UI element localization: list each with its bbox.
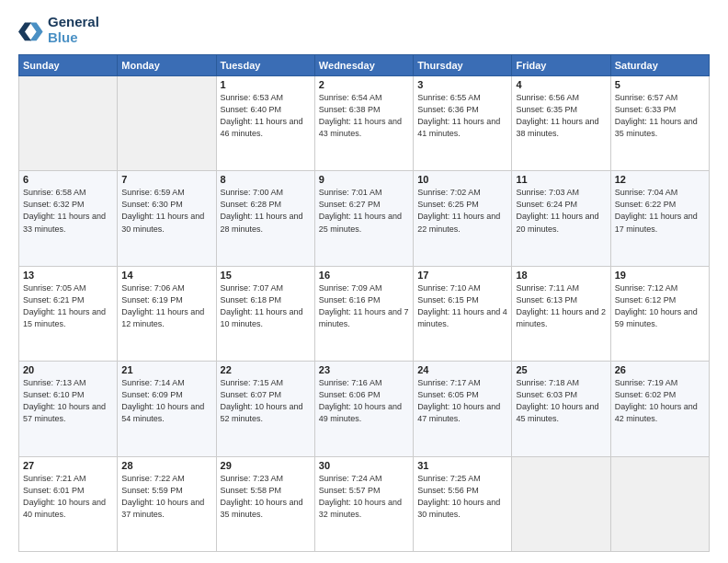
day-number: 17 xyxy=(417,270,507,281)
day-number: 6 xyxy=(23,174,113,185)
day-number: 12 xyxy=(615,174,705,185)
day-info: Sunrise: 6:56 AM Sunset: 6:35 PM Dayligh… xyxy=(516,92,606,140)
day-cell: 2Sunrise: 6:54 AM Sunset: 6:38 PM Daylig… xyxy=(314,76,413,171)
day-info: Sunrise: 7:01 AM Sunset: 6:27 PM Dayligh… xyxy=(319,187,409,235)
day-cell xyxy=(19,76,118,171)
weekday-sunday: Sunday xyxy=(19,55,118,76)
day-cell xyxy=(610,456,709,551)
day-cell: 5Sunrise: 6:57 AM Sunset: 6:33 PM Daylig… xyxy=(610,76,709,171)
logo-icon xyxy=(18,17,44,43)
day-info: Sunrise: 7:00 AM Sunset: 6:28 PM Dayligh… xyxy=(221,187,311,235)
svg-marker-0 xyxy=(30,22,43,40)
day-number: 22 xyxy=(221,364,311,375)
day-info: Sunrise: 6:57 AM Sunset: 6:33 PM Dayligh… xyxy=(615,92,705,140)
calendar-table: SundayMondayTuesdayWednesdayThursdayFrid… xyxy=(18,54,710,552)
weekday-header-row: SundayMondayTuesdayWednesdayThursdayFrid… xyxy=(19,55,710,76)
logo-text: General Blue xyxy=(48,15,99,45)
day-cell xyxy=(118,76,216,171)
header: General Blue xyxy=(18,15,710,45)
day-cell: 23Sunrise: 7:16 AM Sunset: 6:06 PM Dayli… xyxy=(314,362,413,456)
day-number: 8 xyxy=(221,174,311,185)
day-cell: 20Sunrise: 7:13 AM Sunset: 6:10 PM Dayli… xyxy=(19,362,118,456)
day-number: 15 xyxy=(221,270,311,281)
day-number: 19 xyxy=(615,270,705,281)
day-cell: 26Sunrise: 7:19 AM Sunset: 6:02 PM Dayli… xyxy=(610,362,709,456)
day-info: Sunrise: 7:21 AM Sunset: 6:01 PM Dayligh… xyxy=(23,473,113,521)
day-cell: 7Sunrise: 6:59 AM Sunset: 6:30 PM Daylig… xyxy=(118,171,216,266)
day-cell: 1Sunrise: 6:53 AM Sunset: 6:40 PM Daylig… xyxy=(216,76,314,171)
day-number: 11 xyxy=(516,174,606,185)
day-cell: 19Sunrise: 7:12 AM Sunset: 6:12 PM Dayli… xyxy=(610,266,709,361)
day-number: 21 xyxy=(121,364,211,375)
day-number: 30 xyxy=(319,460,409,471)
day-info: Sunrise: 6:58 AM Sunset: 6:32 PM Dayligh… xyxy=(23,187,113,235)
day-number: 18 xyxy=(516,270,606,281)
day-info: Sunrise: 7:15 AM Sunset: 6:07 PM Dayligh… xyxy=(221,377,311,425)
day-number: 16 xyxy=(319,270,409,281)
logo: General Blue xyxy=(18,15,99,45)
day-info: Sunrise: 7:14 AM Sunset: 6:09 PM Dayligh… xyxy=(121,377,211,425)
week-row-1: 6Sunrise: 6:58 AM Sunset: 6:32 PM Daylig… xyxy=(19,171,710,266)
day-number: 27 xyxy=(23,460,113,471)
day-number: 20 xyxy=(23,364,113,375)
day-number: 10 xyxy=(417,174,507,185)
weekday-wednesday: Wednesday xyxy=(314,55,413,76)
svg-marker-1 xyxy=(18,22,31,40)
day-info: Sunrise: 7:22 AM Sunset: 5:59 PM Dayligh… xyxy=(121,473,211,521)
day-cell: 18Sunrise: 7:11 AM Sunset: 6:13 PM Dayli… xyxy=(512,266,610,361)
day-cell: 24Sunrise: 7:17 AM Sunset: 6:05 PM Dayli… xyxy=(414,362,512,456)
day-cell: 15Sunrise: 7:07 AM Sunset: 6:18 PM Dayli… xyxy=(216,266,314,361)
day-number: 23 xyxy=(319,364,409,375)
day-info: Sunrise: 7:05 AM Sunset: 6:21 PM Dayligh… xyxy=(23,282,113,330)
day-number: 4 xyxy=(516,79,606,90)
day-number: 24 xyxy=(417,364,507,375)
day-info: Sunrise: 6:53 AM Sunset: 6:40 PM Dayligh… xyxy=(221,92,311,140)
day-cell: 29Sunrise: 7:23 AM Sunset: 5:58 PM Dayli… xyxy=(216,456,314,551)
day-info: Sunrise: 7:24 AM Sunset: 5:57 PM Dayligh… xyxy=(319,473,409,521)
day-info: Sunrise: 7:06 AM Sunset: 6:19 PM Dayligh… xyxy=(121,282,211,330)
day-info: Sunrise: 7:12 AM Sunset: 6:12 PM Dayligh… xyxy=(615,282,705,330)
day-number: 5 xyxy=(615,79,705,90)
day-info: Sunrise: 7:16 AM Sunset: 6:06 PM Dayligh… xyxy=(319,377,409,425)
weekday-saturday: Saturday xyxy=(610,55,709,76)
day-info: Sunrise: 6:59 AM Sunset: 6:30 PM Dayligh… xyxy=(121,187,211,235)
day-number: 1 xyxy=(221,79,311,90)
day-info: Sunrise: 7:07 AM Sunset: 6:18 PM Dayligh… xyxy=(221,282,311,330)
day-cell: 13Sunrise: 7:05 AM Sunset: 6:21 PM Dayli… xyxy=(19,266,118,361)
day-cell: 25Sunrise: 7:18 AM Sunset: 6:03 PM Dayli… xyxy=(512,362,610,456)
day-info: Sunrise: 7:13 AM Sunset: 6:10 PM Dayligh… xyxy=(23,377,113,425)
day-cell: 3Sunrise: 6:55 AM Sunset: 6:36 PM Daylig… xyxy=(414,76,512,171)
day-info: Sunrise: 7:03 AM Sunset: 6:24 PM Dayligh… xyxy=(516,187,606,235)
day-cell: 6Sunrise: 6:58 AM Sunset: 6:32 PM Daylig… xyxy=(19,171,118,266)
day-number: 13 xyxy=(23,270,113,281)
week-row-2: 13Sunrise: 7:05 AM Sunset: 6:21 PM Dayli… xyxy=(19,266,710,361)
day-cell: 12Sunrise: 7:04 AM Sunset: 6:22 PM Dayli… xyxy=(610,171,709,266)
weekday-friday: Friday xyxy=(512,55,610,76)
day-cell: 11Sunrise: 7:03 AM Sunset: 6:24 PM Dayli… xyxy=(512,171,610,266)
day-number: 31 xyxy=(417,460,507,471)
day-number: 25 xyxy=(516,364,606,375)
day-info: Sunrise: 7:17 AM Sunset: 6:05 PM Dayligh… xyxy=(417,377,507,425)
day-info: Sunrise: 7:19 AM Sunset: 6:02 PM Dayligh… xyxy=(615,377,705,425)
week-row-0: 1Sunrise: 6:53 AM Sunset: 6:40 PM Daylig… xyxy=(19,76,710,171)
day-cell: 22Sunrise: 7:15 AM Sunset: 6:07 PM Dayli… xyxy=(216,362,314,456)
day-number: 7 xyxy=(121,174,211,185)
week-row-4: 27Sunrise: 7:21 AM Sunset: 6:01 PM Dayli… xyxy=(19,456,710,551)
day-info: Sunrise: 7:04 AM Sunset: 6:22 PM Dayligh… xyxy=(615,187,705,235)
day-cell: 14Sunrise: 7:06 AM Sunset: 6:19 PM Dayli… xyxy=(118,266,216,361)
day-info: Sunrise: 7:11 AM Sunset: 6:13 PM Dayligh… xyxy=(516,282,606,330)
day-number: 28 xyxy=(121,460,211,471)
day-info: Sunrise: 6:55 AM Sunset: 6:36 PM Dayligh… xyxy=(417,92,507,140)
day-cell: 27Sunrise: 7:21 AM Sunset: 6:01 PM Dayli… xyxy=(19,456,118,551)
day-number: 26 xyxy=(615,364,705,375)
weekday-monday: Monday xyxy=(118,55,216,76)
day-cell: 10Sunrise: 7:02 AM Sunset: 6:25 PM Dayli… xyxy=(414,171,512,266)
day-cell: 17Sunrise: 7:10 AM Sunset: 6:15 PM Dayli… xyxy=(414,266,512,361)
day-info: Sunrise: 7:10 AM Sunset: 6:15 PM Dayligh… xyxy=(417,282,507,330)
day-cell: 31Sunrise: 7:25 AM Sunset: 5:56 PM Dayli… xyxy=(414,456,512,551)
day-number: 29 xyxy=(221,460,311,471)
day-number: 9 xyxy=(319,174,409,185)
page: General Blue SundayMondayTuesdayWednesda… xyxy=(0,0,728,563)
day-number: 3 xyxy=(417,79,507,90)
day-cell: 16Sunrise: 7:09 AM Sunset: 6:16 PM Dayli… xyxy=(314,266,413,361)
